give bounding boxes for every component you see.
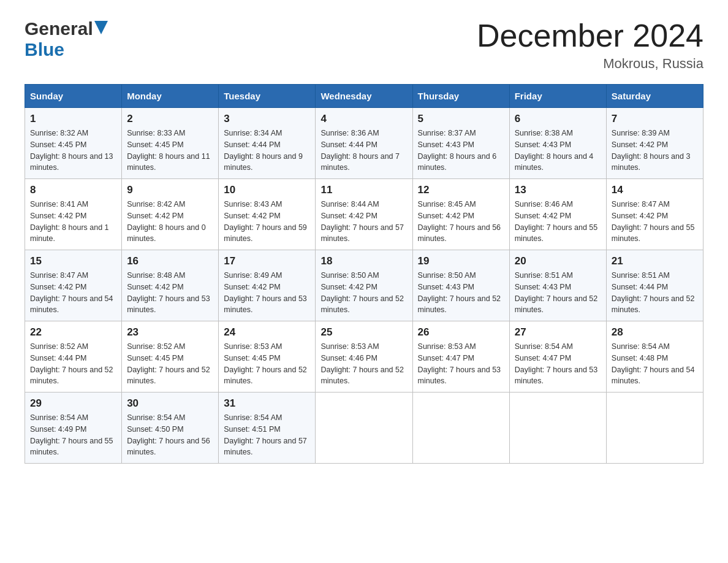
day-info: Sunrise: 8:52 AMSunset: 4:44 PMDaylight:…: [30, 341, 116, 387]
day-info: Sunrise: 8:50 AMSunset: 4:42 PMDaylight:…: [320, 270, 407, 316]
logo-general-text: General: [25, 18, 93, 39]
day-number: 10: [224, 184, 310, 196]
table-row: 10Sunrise: 8:43 AMSunset: 4:42 PMDayligh…: [219, 179, 316, 250]
day-info: Sunrise: 8:51 AMSunset: 4:44 PMDaylight:…: [612, 270, 698, 316]
day-number: 4: [320, 113, 407, 125]
day-number: 13: [515, 184, 601, 196]
table-row: 29Sunrise: 8:54 AMSunset: 4:49 PMDayligh…: [25, 393, 122, 464]
day-info: Sunrise: 8:47 AMSunset: 4:42 PMDaylight:…: [30, 270, 116, 316]
calendar-week-row: 22Sunrise: 8:52 AMSunset: 4:44 PMDayligh…: [25, 321, 703, 393]
table-row: 25Sunrise: 8:53 AMSunset: 4:46 PMDayligh…: [316, 321, 412, 393]
table-row: 4Sunrise: 8:36 AMSunset: 4:44 PMDaylight…: [316, 108, 412, 179]
day-info: Sunrise: 8:53 AMSunset: 4:45 PMDaylight:…: [224, 341, 310, 387]
day-number: 9: [127, 184, 213, 196]
table-row: 31Sunrise: 8:54 AMSunset: 4:51 PMDayligh…: [219, 393, 316, 464]
day-info: Sunrise: 8:37 AMSunset: 4:43 PMDaylight:…: [418, 128, 504, 174]
table-row: 19Sunrise: 8:50 AMSunset: 4:43 PMDayligh…: [412, 250, 509, 321]
header-tuesday: Tuesday: [219, 85, 316, 108]
day-info: Sunrise: 8:46 AMSunset: 4:42 PMDaylight:…: [515, 199, 601, 245]
logo: General Blue: [25, 18, 108, 60]
day-info: Sunrise: 8:42 AMSunset: 4:42 PMDaylight:…: [127, 199, 213, 245]
table-row: 5Sunrise: 8:37 AMSunset: 4:43 PMDaylight…: [412, 108, 509, 179]
day-info: Sunrise: 8:52 AMSunset: 4:45 PMDaylight:…: [127, 341, 213, 387]
day-info: Sunrise: 8:48 AMSunset: 4:42 PMDaylight:…: [127, 270, 213, 316]
table-row: 26Sunrise: 8:53 AMSunset: 4:47 PMDayligh…: [412, 321, 509, 393]
table-row: 20Sunrise: 8:51 AMSunset: 4:43 PMDayligh…: [509, 250, 606, 321]
day-info: Sunrise: 8:51 AMSunset: 4:43 PMDaylight:…: [515, 270, 601, 316]
day-number: 24: [224, 326, 310, 339]
calendar-week-row: 15Sunrise: 8:47 AMSunset: 4:42 PMDayligh…: [25, 250, 703, 321]
table-row: 15Sunrise: 8:47 AMSunset: 4:42 PMDayligh…: [25, 250, 122, 321]
table-row: 24Sunrise: 8:53 AMSunset: 4:45 PMDayligh…: [219, 321, 316, 393]
day-number: 28: [612, 326, 698, 339]
calendar-week-row: 29Sunrise: 8:54 AMSunset: 4:49 PMDayligh…: [25, 393, 703, 464]
day-number: 14: [612, 184, 698, 196]
day-number: 5: [418, 113, 504, 125]
table-row: 21Sunrise: 8:51 AMSunset: 4:44 PMDayligh…: [606, 250, 703, 321]
day-number: 25: [320, 326, 407, 339]
table-row: [412, 393, 509, 464]
day-number: 11: [320, 184, 407, 196]
calendar-week-row: 8Sunrise: 8:41 AMSunset: 4:42 PMDaylight…: [25, 179, 703, 250]
table-row: 2Sunrise: 8:33 AMSunset: 4:45 PMDaylight…: [122, 108, 219, 179]
header-saturday: Saturday: [606, 85, 703, 108]
day-info: Sunrise: 8:49 AMSunset: 4:42 PMDaylight:…: [224, 270, 310, 316]
day-number: 30: [127, 397, 213, 410]
day-number: 20: [515, 255, 601, 267]
day-info: Sunrise: 8:38 AMSunset: 4:43 PMDaylight:…: [515, 128, 601, 174]
day-info: Sunrise: 8:41 AMSunset: 4:42 PMDaylight:…: [30, 199, 116, 245]
day-number: 8: [30, 184, 116, 196]
table-row: 27Sunrise: 8:54 AMSunset: 4:47 PMDayligh…: [509, 321, 606, 393]
table-row: 13Sunrise: 8:46 AMSunset: 4:42 PMDayligh…: [509, 179, 606, 250]
day-number: 19: [418, 255, 504, 267]
header-wednesday: Wednesday: [316, 85, 412, 108]
calendar-table: Sunday Monday Tuesday Wednesday Thursday…: [25, 84, 703, 464]
day-number: 6: [515, 113, 601, 125]
table-row: 22Sunrise: 8:52 AMSunset: 4:44 PMDayligh…: [25, 321, 122, 393]
table-row: 14Sunrise: 8:47 AMSunset: 4:42 PMDayligh…: [606, 179, 703, 250]
table-row: 30Sunrise: 8:54 AMSunset: 4:50 PMDayligh…: [122, 393, 219, 464]
day-info: Sunrise: 8:54 AMSunset: 4:50 PMDaylight:…: [127, 412, 213, 458]
day-info: Sunrise: 8:32 AMSunset: 4:45 PMDaylight:…: [30, 128, 116, 174]
month-year-title: December 2024: [477, 18, 703, 53]
day-number: 16: [127, 255, 213, 267]
table-row: 11Sunrise: 8:44 AMSunset: 4:42 PMDayligh…: [316, 179, 412, 250]
day-info: Sunrise: 8:44 AMSunset: 4:42 PMDaylight:…: [320, 199, 407, 245]
table-row: 3Sunrise: 8:34 AMSunset: 4:44 PMDaylight…: [219, 108, 316, 179]
table-row: 1Sunrise: 8:32 AMSunset: 4:45 PMDaylight…: [25, 108, 122, 179]
day-info: Sunrise: 8:34 AMSunset: 4:44 PMDaylight:…: [224, 128, 310, 174]
day-number: 22: [30, 326, 116, 339]
day-number: 12: [418, 184, 504, 196]
location-subtitle: Mokrous, Russia: [477, 56, 703, 72]
day-info: Sunrise: 8:50 AMSunset: 4:43 PMDaylight:…: [418, 270, 504, 316]
day-info: Sunrise: 8:43 AMSunset: 4:42 PMDaylight:…: [224, 199, 310, 245]
day-number: 7: [612, 113, 698, 125]
day-number: 31: [224, 397, 310, 410]
table-row: 12Sunrise: 8:45 AMSunset: 4:42 PMDayligh…: [412, 179, 509, 250]
day-number: 17: [224, 255, 310, 267]
page-header: General Blue December 2024 Mokrous, Russ…: [25, 18, 703, 72]
weekday-header-row: Sunday Monday Tuesday Wednesday Thursday…: [25, 85, 703, 108]
calendar-week-row: 1Sunrise: 8:32 AMSunset: 4:45 PMDaylight…: [25, 108, 703, 179]
title-block: December 2024 Mokrous, Russia: [477, 18, 703, 72]
table-row: 7Sunrise: 8:39 AMSunset: 4:42 PMDaylight…: [606, 108, 703, 179]
day-info: Sunrise: 8:33 AMSunset: 4:45 PMDaylight:…: [127, 128, 213, 174]
day-number: 1: [30, 113, 116, 125]
table-row: [316, 393, 412, 464]
header-friday: Friday: [509, 85, 606, 108]
day-info: Sunrise: 8:54 AMSunset: 4:51 PMDaylight:…: [224, 412, 310, 458]
day-info: Sunrise: 8:39 AMSunset: 4:42 PMDaylight:…: [612, 128, 698, 174]
day-info: Sunrise: 8:53 AMSunset: 4:47 PMDaylight:…: [418, 341, 504, 387]
day-info: Sunrise: 8:54 AMSunset: 4:47 PMDaylight:…: [515, 341, 601, 387]
table-row: 9Sunrise: 8:42 AMSunset: 4:42 PMDaylight…: [122, 179, 219, 250]
logo-blue-text: Blue: [25, 39, 64, 59]
table-row: 17Sunrise: 8:49 AMSunset: 4:42 PMDayligh…: [219, 250, 316, 321]
svg-marker-0: [94, 21, 108, 34]
day-number: 18: [320, 255, 407, 267]
day-number: 29: [30, 397, 116, 410]
day-number: 26: [418, 326, 504, 339]
table-row: 16Sunrise: 8:48 AMSunset: 4:42 PMDayligh…: [122, 250, 219, 321]
day-info: Sunrise: 8:53 AMSunset: 4:46 PMDaylight:…: [320, 341, 407, 387]
header-thursday: Thursday: [412, 85, 509, 108]
day-number: 15: [30, 255, 116, 267]
